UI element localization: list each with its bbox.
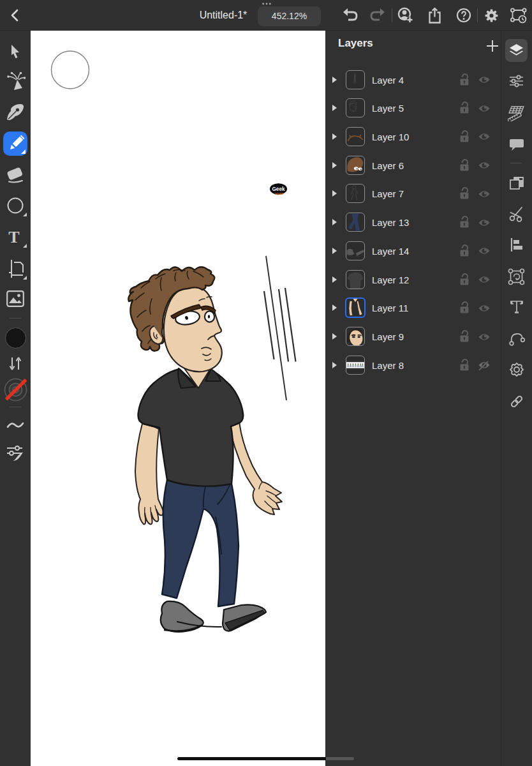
svg-text:SQUAD: SQUAD <box>275 193 283 195</box>
svg-text:Geek: Geek <box>272 186 284 192</box>
svg-text:T: T <box>8 228 19 246</box>
